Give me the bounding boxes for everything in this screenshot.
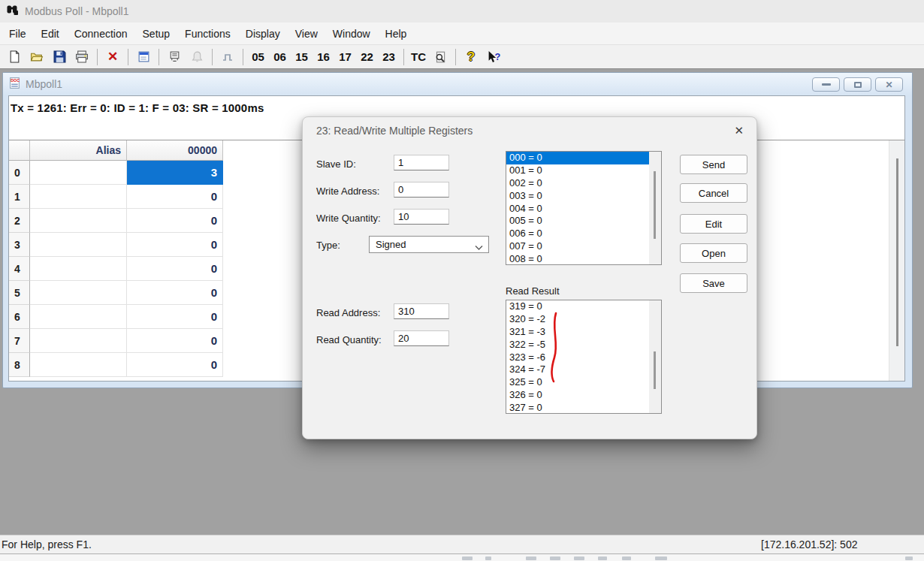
grid-cell-alias[interactable]: [30, 281, 127, 305]
list-item[interactable]: 325 = 0: [506, 376, 661, 389]
list-item[interactable]: 000 = 0: [506, 152, 661, 164]
read-address-field[interactable]: [394, 303, 449, 319]
grid-cell-value[interactable]: 0: [127, 209, 223, 233]
write-registers-listbox[interactable]: 000 = 0 001 = 0 002 = 0 003 = 0 004 = 0 …: [506, 151, 662, 265]
menu-file[interactable]: File: [2, 23, 34, 45]
row-header[interactable]: 7: [9, 329, 30, 353]
slave-id-field[interactable]: [394, 155, 449, 170]
grid-cell-value[interactable]: 0: [127, 353, 223, 377]
open-file-icon[interactable]: [26, 47, 48, 67]
list-item[interactable]: 324 = -7: [506, 363, 661, 376]
menu-display[interactable]: Display: [238, 23, 288, 45]
child-minimize-button[interactable]: [812, 77, 840, 92]
function-22-button[interactable]: 22: [356, 50, 378, 63]
list-item[interactable]: 004 = 0: [506, 203, 661, 216]
list-item[interactable]: 322 = -5: [506, 339, 661, 351]
save-button[interactable]: Save: [680, 273, 747, 293]
new-file-icon[interactable]: [3, 47, 26, 67]
close-icon[interactable]: ✕: [734, 124, 744, 137]
read-quantity-field[interactable]: [394, 330, 449, 346]
row-header[interactable]: 5: [9, 281, 30, 305]
cancel-poll-icon[interactable]: ✕: [101, 47, 124, 67]
scrollbar-thumb[interactable]: [654, 351, 656, 389]
write-quantity-field[interactable]: [394, 209, 449, 225]
grid-cell-alias[interactable]: [30, 233, 127, 257]
menu-view[interactable]: View: [288, 23, 325, 45]
mbpoll1-title-bar[interactable]: DOC Mbpoll1 ✕: [3, 73, 912, 95]
communication-traffic-icon[interactable]: [163, 47, 186, 67]
grid-cell-alias[interactable]: [30, 209, 127, 233]
child-close-button[interactable]: ✕: [875, 77, 903, 92]
grid-cell-value-selected[interactable]: 3: [127, 161, 223, 185]
test-center-button[interactable]: TC: [408, 50, 429, 63]
dialog-title-bar[interactable]: 23: Read/Write Multiple Registers: [303, 117, 756, 144]
help-icon[interactable]: ?: [460, 47, 482, 67]
open-button[interactable]: Open: [680, 243, 747, 263]
row-header[interactable]: 3: [9, 233, 30, 257]
grid-header-00000[interactable]: 00000: [127, 140, 223, 161]
grid-header-alias[interactable]: Alias: [30, 140, 127, 161]
save-icon[interactable]: [48, 47, 71, 67]
row-header[interactable]: 6: [9, 305, 30, 329]
row-header[interactable]: 1: [9, 185, 30, 209]
list-item[interactable]: 319 = 0: [506, 300, 661, 313]
print-icon[interactable]: [71, 47, 93, 67]
write-address-field[interactable]: [394, 182, 449, 198]
list-item[interactable]: 005 = 0: [506, 215, 661, 228]
row-header[interactable]: 8: [9, 353, 30, 377]
list-item[interactable]: 326 = 0: [506, 389, 661, 402]
grid-cell-alias[interactable]: [30, 329, 127, 353]
read-list-scrollbar[interactable]: [649, 300, 661, 413]
function-17-button[interactable]: 17: [334, 50, 356, 63]
edit-button[interactable]: Edit: [680, 214, 747, 234]
grid-cell-alias[interactable]: [30, 185, 127, 209]
log-viewer-icon[interactable]: [429, 47, 451, 67]
cancel-button[interactable]: Cancel: [680, 183, 747, 203]
scrollbar-thumb[interactable]: [654, 171, 656, 239]
row-header[interactable]: 2: [9, 209, 30, 233]
grid-cell-value[interactable]: 0: [127, 257, 223, 281]
list-item[interactable]: 327 = 0: [506, 402, 661, 414]
scrollbar-thumb[interactable]: [896, 158, 898, 346]
write-list-scrollbar[interactable]: [649, 152, 661, 264]
function-06-button[interactable]: 06: [269, 50, 291, 63]
grid-cell-alias[interactable]: [30, 353, 127, 377]
list-item[interactable]: 002 = 0: [506, 177, 661, 190]
row-header[interactable]: 0: [9, 161, 30, 185]
function-23-button[interactable]: 23: [378, 50, 400, 63]
send-button[interactable]: Send: [680, 155, 747, 174]
context-help-icon[interactable]: ?: [482, 47, 505, 67]
menu-edit[interactable]: Edit: [34, 23, 67, 45]
child-restore-button[interactable]: [844, 77, 871, 92]
menu-functions[interactable]: Functions: [177, 23, 238, 45]
list-item[interactable]: 007 = 0: [506, 240, 661, 253]
function-05-button[interactable]: 05: [247, 50, 269, 63]
grid-cell-value[interactable]: 0: [127, 281, 223, 305]
list-item[interactable]: 323 = -6: [506, 351, 661, 364]
menu-connection[interactable]: Connection: [67, 23, 135, 45]
status-help-text: For Help, press F1.: [2, 538, 92, 550]
menu-window[interactable]: Window: [325, 23, 378, 45]
list-item[interactable]: 003 = 0: [506, 190, 661, 203]
list-item[interactable]: 008 = 0: [506, 253, 661, 265]
list-item[interactable]: 006 = 0: [506, 228, 661, 240]
grid-cell-value[interactable]: 0: [127, 185, 223, 209]
grid-cell-alias[interactable]: [30, 257, 127, 281]
menu-setup[interactable]: Setup: [135, 23, 178, 45]
function-15-button[interactable]: 15: [291, 50, 313, 63]
grid-cell-value[interactable]: 0: [127, 233, 223, 257]
row-header[interactable]: 4: [9, 257, 30, 281]
list-item[interactable]: 001 = 0: [506, 164, 661, 177]
read-result-listbox[interactable]: 319 = 0 320 = -2 321 = -3 322 = -5 323 =…: [506, 300, 662, 414]
function-16-button[interactable]: 16: [313, 50, 334, 63]
grid-cell-value[interactable]: 0: [127, 305, 223, 329]
grid-cell-alias[interactable]: [30, 161, 127, 185]
menu-help[interactable]: Help: [378, 23, 415, 45]
list-item[interactable]: 320 = -2: [506, 313, 661, 326]
poll-definition-icon[interactable]: [132, 47, 155, 67]
type-dropdown[interactable]: Signed: [369, 236, 489, 253]
list-item[interactable]: 321 = -3: [506, 326, 661, 339]
grid-vertical-scrollbar[interactable]: [889, 140, 904, 381]
grid-cell-alias[interactable]: [30, 305, 127, 329]
grid-cell-value[interactable]: 0: [127, 329, 223, 353]
